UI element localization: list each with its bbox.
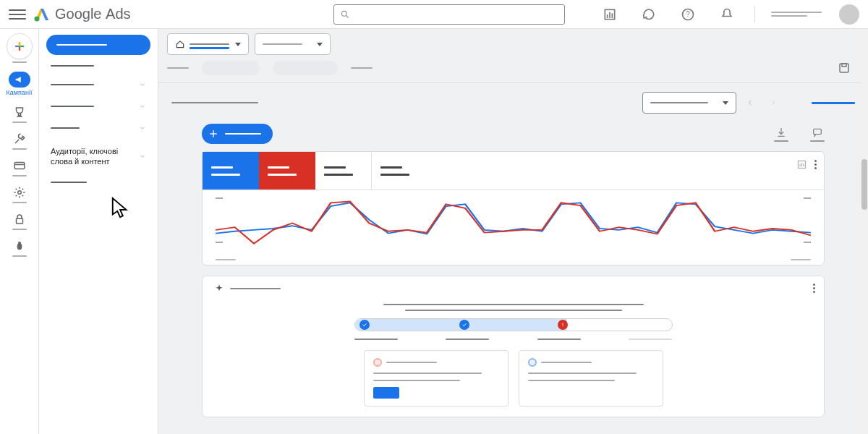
scrollbar-thumb[interactable] bbox=[861, 159, 867, 210]
chevron-down-icon bbox=[139, 81, 146, 88]
tools-icon bbox=[13, 132, 26, 145]
help-icon[interactable]: ? bbox=[681, 7, 695, 22]
metric-tab-3[interactable] bbox=[315, 152, 372, 190]
feedback-button[interactable] bbox=[810, 127, 825, 142]
progress-step-3[interactable] bbox=[558, 320, 568, 330]
rail-debug[interactable] bbox=[7, 239, 33, 257]
home-icon bbox=[175, 39, 185, 49]
plus-icon bbox=[208, 128, 219, 140]
sidebar-item-4[interactable] bbox=[39, 117, 158, 139]
date-next-button[interactable] bbox=[764, 93, 783, 112]
page-title bbox=[171, 102, 258, 103]
account-dropdown[interactable] bbox=[167, 33, 249, 55]
notifications-icon[interactable] bbox=[720, 7, 734, 22]
chevron-down-icon bbox=[139, 124, 146, 132]
create-button[interactable] bbox=[7, 33, 33, 63]
progress-step-1[interactable] bbox=[359, 320, 370, 330]
svg-line-2 bbox=[346, 15, 349, 17]
svg-rect-13 bbox=[14, 163, 25, 169]
date-range-picker[interactable] bbox=[642, 92, 736, 114]
sidebar-item-1[interactable] bbox=[39, 58, 158, 74]
svg-point-0 bbox=[35, 16, 40, 21]
insights-menu-button[interactable] bbox=[813, 284, 815, 293]
line-chart bbox=[216, 196, 811, 250]
svg-point-1 bbox=[341, 11, 346, 16]
sidebar-item-3[interactable] bbox=[39, 95, 158, 117]
filter-chip[interactable] bbox=[202, 61, 260, 75]
product-name: Google Ads bbox=[55, 6, 131, 22]
toolbar-row bbox=[158, 116, 868, 151]
sparkle-icon bbox=[214, 284, 224, 294]
add-button[interactable] bbox=[202, 124, 273, 144]
global-search-input[interactable] bbox=[333, 4, 565, 25]
recommendation-cards bbox=[214, 350, 812, 407]
feedback-icon bbox=[812, 127, 823, 138]
setup-progress bbox=[354, 318, 673, 331]
y-axis-tick bbox=[216, 242, 223, 243]
svg-point-15 bbox=[17, 191, 21, 195]
recommendation-action-button[interactable] bbox=[373, 387, 399, 399]
date-prev-button[interactable] bbox=[741, 93, 760, 112]
rail-campaigns[interactable]: Кампанії bbox=[7, 72, 33, 96]
check-icon bbox=[461, 322, 467, 328]
metric-tab-1[interactable] bbox=[203, 152, 259, 190]
chart-area bbox=[203, 190, 824, 259]
chevron-down-icon bbox=[139, 153, 146, 160]
caret-down-icon bbox=[723, 101, 728, 105]
rail-admin[interactable] bbox=[7, 185, 33, 203]
metric-tab-2[interactable] bbox=[259, 152, 315, 190]
account-switcher[interactable] bbox=[767, 12, 826, 17]
bug-icon bbox=[14, 240, 25, 252]
recommendation-card-1[interactable] bbox=[364, 350, 509, 407]
scrollbar-track[interactable] bbox=[861, 29, 868, 434]
save-view-icon[interactable] bbox=[838, 61, 851, 75]
context-selector-row bbox=[158, 29, 868, 58]
sidebar-item-5[interactable] bbox=[39, 174, 158, 190]
progress-step-labels bbox=[354, 339, 673, 340]
megaphone-icon bbox=[14, 75, 25, 85]
hamburger-menu-icon[interactable] bbox=[9, 6, 26, 23]
svg-point-18 bbox=[18, 242, 21, 244]
active-view-indicator bbox=[812, 102, 855, 104]
product-logo[interactable]: Google Ads bbox=[33, 6, 131, 23]
filter-tab[interactable] bbox=[351, 67, 373, 69]
download-button[interactable] bbox=[774, 127, 788, 142]
progress-step-2[interactable] bbox=[459, 320, 469, 330]
plus-icon bbox=[13, 40, 26, 53]
y-axis-tick bbox=[804, 242, 811, 243]
sidebar-audiences-label: Аудиторії, ключові слова й контент bbox=[51, 146, 130, 167]
rail-tools[interactable] bbox=[7, 132, 33, 150]
rail-goals[interactable] bbox=[7, 105, 33, 123]
rail-security[interactable] bbox=[7, 212, 33, 230]
rail-billing[interactable] bbox=[7, 158, 33, 176]
filter-chip[interactable] bbox=[273, 61, 338, 75]
rail-campaigns-label: Кампанії bbox=[7, 89, 33, 96]
insights-summary-text bbox=[214, 304, 812, 311]
expand-chart-icon[interactable] bbox=[796, 159, 807, 170]
recommendation-card-2[interactable] bbox=[519, 350, 663, 407]
reports-icon[interactable] bbox=[603, 7, 617, 22]
campaign-dropdown[interactable] bbox=[255, 33, 331, 55]
ads-logo-icon bbox=[33, 6, 51, 23]
caret-down-icon bbox=[317, 43, 323, 46]
svg-rect-20 bbox=[842, 64, 846, 67]
chart-menu-button[interactable] bbox=[814, 160, 817, 169]
svg-rect-16 bbox=[16, 218, 22, 224]
alert-icon bbox=[560, 322, 566, 328]
gear-icon bbox=[13, 186, 26, 199]
svg-rect-5 bbox=[609, 12, 610, 17]
sidebar-item-2[interactable] bbox=[39, 74, 158, 95]
warning-dot-icon bbox=[373, 358, 382, 367]
app-header: Google Ads ? bbox=[0, 0, 868, 29]
svg-point-29 bbox=[562, 326, 563, 326]
user-avatar[interactable] bbox=[839, 4, 859, 25]
download-icon bbox=[775, 127, 787, 138]
sidebar-item-audiences[interactable]: Аудиторії, ключові слова й контент bbox=[39, 139, 158, 174]
card-icon bbox=[13, 159, 26, 172]
sidebar-item-active[interactable] bbox=[46, 35, 150, 55]
filter-tab[interactable] bbox=[167, 67, 189, 69]
metric-tab-4[interactable] bbox=[372, 152, 428, 190]
y-axis-tick bbox=[216, 197, 223, 199]
page-title-row bbox=[158, 83, 868, 116]
refresh-icon[interactable] bbox=[642, 7, 656, 22]
